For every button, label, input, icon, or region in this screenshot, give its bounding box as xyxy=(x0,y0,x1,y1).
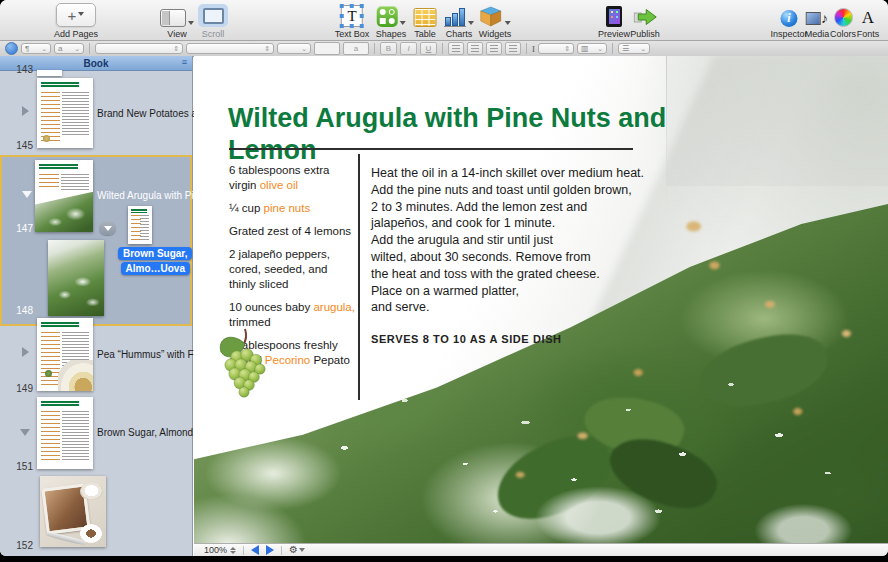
table-button[interactable]: Table xyxy=(414,4,437,39)
page-thumbnail-143[interactable] xyxy=(37,70,62,76)
italic-button[interactable]: I xyxy=(400,42,417,55)
publish-arrow-icon xyxy=(633,7,657,27)
previous-page-button[interactable] xyxy=(251,545,259,555)
color-wheel-icon xyxy=(833,8,852,27)
inspector-icon: i xyxy=(781,10,798,27)
typeface-dropdown[interactable]: ⇕ xyxy=(186,43,274,54)
charts-label: Charts xyxy=(446,29,473,39)
shapes-button[interactable]: Shapes xyxy=(376,4,407,39)
page-actions-button[interactable]: ⚙ xyxy=(289,545,305,555)
font-size-dropdown[interactable]: ⌄ xyxy=(277,43,311,54)
next-page-button[interactable] xyxy=(266,545,274,555)
text-box-label: Text Box xyxy=(335,29,370,39)
instruction-line: Add the pine nuts and toast until golden… xyxy=(371,182,644,199)
background-color-well[interactable]: a xyxy=(343,42,369,55)
triangle-down-icon xyxy=(104,226,112,231)
thumb-bowl-photo xyxy=(58,360,93,391)
line-spacing-dropdown[interactable]: ⇕ xyxy=(538,43,574,54)
add-pages-button[interactable]: + Add Pages xyxy=(54,4,98,39)
table-label: Table xyxy=(414,29,436,39)
shapes-icon xyxy=(377,6,398,27)
book-header-label: Book xyxy=(84,58,109,69)
chevron-down-icon xyxy=(468,21,474,25)
disclosure-triangle-147[interactable] xyxy=(22,191,32,198)
ingredient-line: 2 jalapeño peppers, cored, seeded, and t… xyxy=(229,247,357,292)
ibooks-author-window: + Add Pages View Scroll T Text Box Shape… xyxy=(0,0,888,556)
columns-dropdown[interactable]: ▥⌄ xyxy=(577,43,607,54)
instruction-line: 2 to 3 minutes. Add the lemon zest and xyxy=(371,199,644,216)
instruction-line: jalapeños, and cook for 1 minute. xyxy=(371,215,644,232)
media-button[interactable]: ♪ Media xyxy=(805,4,830,39)
book-menu-icon[interactable]: ≡ xyxy=(182,57,187,67)
widgets-cube-icon xyxy=(479,6,502,27)
page-number-147: 147 xyxy=(5,223,33,234)
align-left-button[interactable] xyxy=(448,42,464,55)
widgets-button[interactable]: Widgets xyxy=(479,4,512,39)
status-separator xyxy=(281,546,282,555)
ingredient-line: Grated zest of 4 lemons xyxy=(229,224,357,239)
underline-button[interactable]: U xyxy=(420,42,437,55)
thumb-ingredient-lines xyxy=(39,174,59,190)
align-center-button[interactable] xyxy=(467,42,483,55)
drag-ghost-thumbnail[interactable] xyxy=(128,206,152,244)
bold-button[interactable]: B xyxy=(380,42,397,55)
widgets-label: Widgets xyxy=(479,29,512,39)
page-thumbnail-145[interactable] xyxy=(37,78,93,148)
colors-label: Colors xyxy=(830,29,856,39)
page-thumbnail-149[interactable] xyxy=(37,318,93,391)
chevron-down-icon xyxy=(78,12,84,16)
text-box-button[interactable]: T Text Box xyxy=(335,4,370,39)
instruction-line: Add the arugula and stir until just xyxy=(371,232,644,249)
pages-sidebar: Book ≡ 143 Brand New Potatoes alla Sa… 1… xyxy=(0,56,193,556)
shapes-label: Shapes xyxy=(376,29,407,39)
format-bar: ¶⌄ a⌄ ⇕ ⇕ ⌄ a B I U I ⇕ ▥⌄ ☰⌄ xyxy=(0,41,888,57)
page-thumbnail-147[interactable] xyxy=(35,160,93,232)
list-style-dropdown[interactable]: ☰⌄ xyxy=(618,43,650,54)
fonts-icon: A xyxy=(862,8,874,27)
ingredient-line: 6 tablespoons extra virgin olive oil xyxy=(229,163,357,193)
column-divider-rule xyxy=(358,154,360,400)
instructions-text-box[interactable]: Heat the oil in a 14-inch skillet over m… xyxy=(371,165,644,348)
zoom-control[interactable]: 100% xyxy=(204,545,236,555)
drag-label[interactable]: Brown Sugar, Almo…Uova xyxy=(118,247,192,277)
charts-button[interactable]: Charts xyxy=(444,4,474,39)
drag-disclosure-button[interactable] xyxy=(99,221,116,235)
publish-button[interactable]: Publish xyxy=(630,4,660,39)
publish-label: Publish xyxy=(630,29,660,39)
colors-button[interactable]: Colors xyxy=(830,4,856,39)
preview-button[interactable]: Preview xyxy=(598,4,630,39)
align-right-button[interactable] xyxy=(486,42,502,55)
align-justify-button[interactable] xyxy=(505,42,521,55)
inspector-button[interactable]: i Inspector xyxy=(770,4,807,39)
paragraph-style-dropdown[interactable]: ¶⌄ xyxy=(21,43,51,54)
styles-drawer-button[interactable] xyxy=(5,42,18,55)
character-style-dropdown[interactable]: a⌄ xyxy=(54,43,84,54)
view-button[interactable]: View xyxy=(160,4,194,39)
thumb-title-lines xyxy=(131,209,147,213)
zoom-stepper-icon[interactable] xyxy=(230,547,236,554)
fonts-button[interactable]: A Fonts xyxy=(857,4,880,39)
thumb-text-lines xyxy=(62,411,89,461)
recipe-title[interactable]: Wilted Arugula with Pine Nuts and Lemon xyxy=(228,102,680,166)
status-bar: 100% ⚙ xyxy=(194,543,888,556)
font-family-dropdown[interactable]: ⇕ xyxy=(95,43,183,54)
thumb-title-lines xyxy=(41,401,79,407)
page-canvas[interactable]: Wilted Arugula with Pine Nuts and Lemon … xyxy=(194,56,888,543)
disclosure-triangle-151[interactable] xyxy=(20,429,30,436)
page-thumbnail-152[interactable] xyxy=(40,476,106,547)
text-color-well[interactable] xyxy=(314,42,340,55)
disclosure-triangle-145[interactable] xyxy=(22,106,29,116)
main-toolbar: + Add Pages View Scroll T Text Box Shape… xyxy=(0,0,888,41)
disclosure-triangle-149[interactable] xyxy=(22,347,29,357)
thumb-title-lines xyxy=(41,82,79,88)
page-number-145: 145 xyxy=(5,140,33,151)
instruction-line: Place on a warmed platter, xyxy=(371,283,644,300)
serves-line: SERVES 8 TO 10 AS A SIDE DISH xyxy=(371,331,644,348)
page-thumbnail-148[interactable] xyxy=(48,240,104,316)
text-box-icon: T xyxy=(341,5,363,27)
thumb-title-lines xyxy=(39,164,78,170)
drag-label-line2: Almo…Uova xyxy=(121,262,190,275)
thumb-text-lines xyxy=(62,92,89,135)
scroll-button[interactable]: Scroll xyxy=(198,4,228,39)
page-thumbnail-151[interactable] xyxy=(37,397,93,469)
